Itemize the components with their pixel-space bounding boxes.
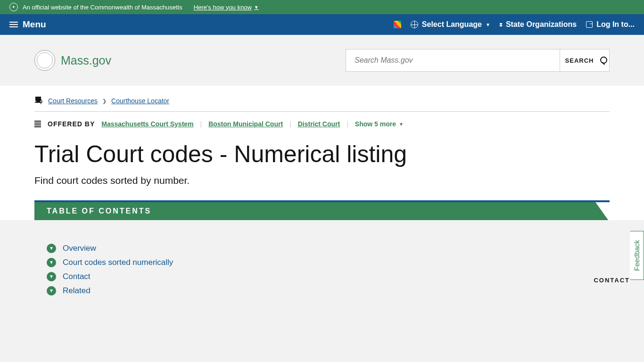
breadcrumb-link[interactable]: Courthouse Locator <box>111 97 169 105</box>
breadcrumb: ❯ Court Resources ❯ Courthouse Locator <box>34 86 610 112</box>
page-subtitle: Find court codes sorted by number. <box>34 175 610 186</box>
chevron-right-icon: ❯ <box>102 98 107 104</box>
arrow-down-icon: ▼ <box>47 258 56 267</box>
main-navbar: Menu Select Language ▼ State Organizatio… <box>0 14 644 35</box>
chevron-down-icon: ▼ <box>399 122 404 127</box>
offering-org-link[interactable]: Boston Municipal Court <box>208 120 283 128</box>
feedback-tab[interactable]: Feedback <box>630 231 644 280</box>
language-selector[interactable]: Select Language ▼ <box>411 20 490 29</box>
toc-item[interactable]: ▼Related <box>47 286 610 296</box>
login-button[interactable]: Log In to... <box>586 20 635 29</box>
chevron-down-icon: ▼ <box>254 5 259 10</box>
toc-item[interactable]: ▼Contact <box>47 272 610 281</box>
search-icon <box>596 57 604 64</box>
toc-heading-bar: TABLE OF CONTENTS <box>34 200 610 220</box>
breadcrumb-link[interactable]: Court Resources <box>48 97 98 105</box>
search-bar: SEARCH <box>346 49 610 72</box>
chevron-down-icon: ▼ <box>486 22 490 27</box>
toc-item[interactable]: ▼Court codes sorted numerically <box>47 258 610 267</box>
offering-org-link[interactable]: District Court <box>298 120 340 128</box>
toc-list: ▼Overview ▼Court codes sorted numericall… <box>34 244 610 296</box>
offered-by-row: Offered By Massachusetts Court System | … <box>34 112 610 136</box>
offered-by-label: Offered By <box>48 120 95 128</box>
sitemap-icon <box>500 23 502 26</box>
state-seal-large-icon <box>34 50 55 71</box>
search-input[interactable] <box>346 49 560 71</box>
search-button[interactable]: SEARCH <box>560 49 609 71</box>
menu-button[interactable]: Menu <box>9 19 46 30</box>
page-title: Trial Court codes - Numerical listing <box>34 141 610 168</box>
globe-icon <box>411 21 418 28</box>
official-banner: ✦ An official website of the Commonwealt… <box>0 0 644 14</box>
site-header: Mass.gov SEARCH <box>0 35 644 86</box>
login-icon <box>586 21 593 28</box>
arrow-down-icon: ▼ <box>47 286 56 296</box>
state-seal-icon: ✦ <box>9 3 18 11</box>
organization-icon <box>34 121 41 127</box>
how-you-know-link[interactable]: Here's how you know▼ <box>194 4 259 11</box>
show-more-orgs[interactable]: Show 5 more▼ <box>355 120 404 128</box>
arrow-down-icon: ▼ <box>47 272 56 281</box>
google-translate-icon <box>394 21 401 28</box>
arrow-down-icon: ▼ <box>47 244 56 253</box>
offering-org-link[interactable]: Massachusetts Court System <box>101 120 193 128</box>
hamburger-icon <box>9 22 18 27</box>
toc-item[interactable]: ▼Overview <box>47 244 610 253</box>
banner-text: An official website of the Commonwealth … <box>23 4 182 11</box>
site-logo[interactable]: Mass.gov <box>34 50 111 71</box>
state-organizations-link[interactable]: State Organizations <box>500 20 577 29</box>
